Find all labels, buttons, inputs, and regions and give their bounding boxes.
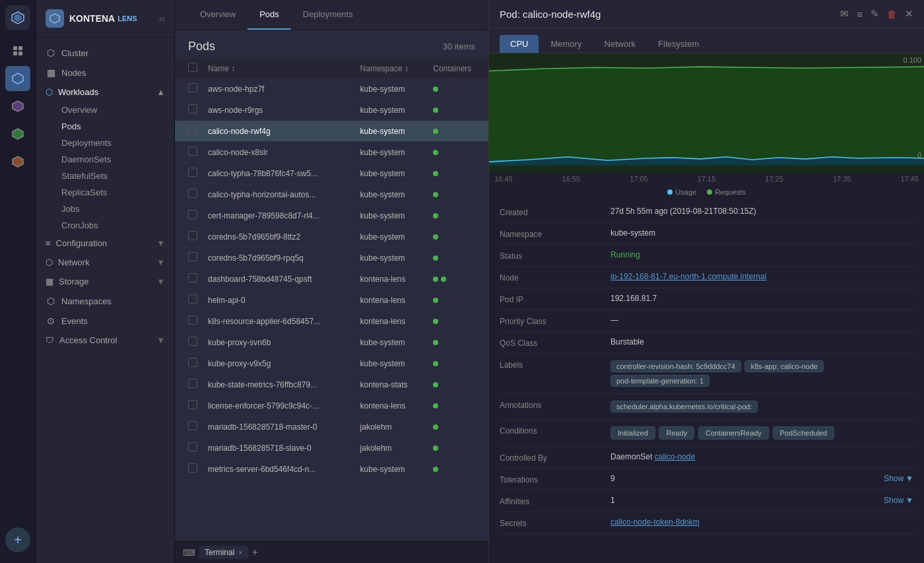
- sidebar: KONTENA LENS ‹‹ ⬡ Cluster ▦ Nodes ⬡ Work…: [36, 0, 175, 563]
- table-row[interactable]: kube-proxy-svn6bkube-system: [175, 332, 488, 353]
- row-checkbox[interactable]: [188, 210, 197, 219]
- terminal-close-button[interactable]: ×: [238, 548, 242, 556]
- tab-pods[interactable]: Pods: [248, 0, 291, 30]
- sidebar-item-network[interactable]: ⬡ Network ▼: [36, 253, 174, 272]
- row-checkbox[interactable]: [188, 83, 197, 92]
- row-checkbox[interactable]: [188, 337, 197, 346]
- label-badge-0: controller-revision-hash: 5c9dddcc74: [610, 360, 741, 372]
- sidebar-child-daemonsets[interactable]: DaemonSets: [36, 151, 174, 168]
- chart-legend: Usage Requests: [489, 185, 924, 201]
- sidebar-child-cronjobs[interactable]: CronJobs: [36, 217, 174, 234]
- table-row[interactable]: aws-node-r9rgskube-system: [175, 100, 488, 121]
- row-checkbox[interactable]: [188, 294, 197, 304]
- conditions-values: Initialized Ready ContainersReady PodSch…: [610, 425, 913, 441]
- sidebar-item-configuration[interactable]: ≡ Configuration ▼: [36, 234, 174, 253]
- affinities-show-button[interactable]: Show ▼: [884, 496, 913, 505]
- sidebar-item-cluster[interactable]: ⬡ Cluster: [36, 43, 174, 63]
- table-row[interactable]: calico-node-rwf4gkube-system: [175, 121, 488, 142]
- row-checkbox[interactable]: [188, 379, 197, 388]
- table-row[interactable]: coredns-5b7d965bf9-8ttz2kube-system: [175, 226, 488, 248]
- col-namespace[interactable]: Namespace ↕: [355, 59, 428, 79]
- secrets-label: Secrets: [500, 517, 605, 528]
- sidebar-item-storage[interactable]: ▦ Storage ▼: [36, 272, 174, 291]
- table-row[interactable]: cert-manager-789598c8d7-rl4...kube-syste…: [175, 205, 488, 226]
- table-row[interactable]: mariadb-1568285718-master-0jakolehm: [175, 416, 488, 438]
- panel-close-button[interactable]: ✕: [905, 8, 913, 20]
- row-checkbox[interactable]: [188, 442, 197, 451]
- row-checkbox[interactable]: [188, 421, 197, 430]
- pod-containers: [428, 459, 488, 480]
- cluster-nav-icon: ⬡: [46, 48, 56, 58]
- table-row[interactable]: calico-typha-78b876fc47-sw5...kube-syste…: [175, 163, 488, 184]
- row-checkbox[interactable]: [188, 358, 197, 367]
- sidebar-child-jobs[interactable]: Jobs: [36, 201, 174, 217]
- panel-mail-button[interactable]: ✉: [840, 8, 849, 20]
- controlled-by-value: DaemonSet calico-node: [610, 452, 913, 461]
- table-row[interactable]: calico-typha-horizontal-autos...kube-sys…: [175, 184, 488, 205]
- table-row[interactable]: license-enforcer-5799c9c94c-...kontena-l…: [175, 395, 488, 416]
- svg-rect-2: [13, 46, 17, 50]
- icon-bar-orange[interactable]: [5, 149, 30, 174]
- pod-containers: [428, 416, 488, 438]
- tab-deployments[interactable]: Deployments: [291, 0, 365, 30]
- row-checkbox[interactable]: [188, 252, 197, 261]
- sidebar-child-statefulsets[interactable]: StatefulSets: [36, 168, 174, 184]
- sidebar-app-name: KONTENA: [69, 13, 115, 24]
- chart-time-labels: 16:45 16:55 17:05 17:15 17:25 17:35 17:4…: [489, 172, 924, 185]
- panel-edit-button[interactable]: ✎: [871, 8, 879, 20]
- table-row[interactable]: k8s-resource-applier-6d58457...kontena-l…: [175, 311, 488, 332]
- row-checkbox[interactable]: [188, 104, 197, 114]
- table-row[interactable]: coredns-5b7d965bf9-rpq5qkube-system: [175, 248, 488, 269]
- terminal-tab[interactable]: Terminal ×: [199, 546, 248, 559]
- sidebar-item-namespaces[interactable]: ⬡ Namespaces: [36, 291, 174, 311]
- table-row[interactable]: helm-api-0kontena-lens: [175, 290, 488, 311]
- col-name[interactable]: Name ↕: [203, 59, 355, 79]
- secrets-value[interactable]: calico-node-token-8dnkm: [610, 517, 913, 527]
- metric-tab-cpu[interactable]: CPU: [500, 35, 539, 53]
- row-checkbox[interactable]: [188, 231, 197, 240]
- metric-tab-filesystem[interactable]: Filesystem: [647, 35, 710, 53]
- icon-bar-workloads[interactable]: [5, 66, 30, 91]
- row-checkbox[interactable]: [188, 168, 197, 177]
- row-checkbox[interactable]: [188, 463, 197, 473]
- table-row[interactable]: kube-state-metrics-76ffbc879...kontena-s…: [175, 374, 488, 395]
- table-row[interactable]: metrics-server-6bd546f4cd-n...kube-syste…: [175, 459, 488, 480]
- row-checkbox[interactable]: [188, 400, 197, 409]
- sidebar-item-nodes[interactable]: ▦ Nodes: [36, 63, 174, 83]
- icon-bar-purple[interactable]: [5, 94, 30, 119]
- sidebar-collapse-button[interactable]: ‹‹: [159, 13, 165, 24]
- row-checkbox[interactable]: [188, 273, 197, 282]
- panel-list-button[interactable]: ≡: [857, 9, 863, 20]
- sidebar-item-workloads[interactable]: ⬡ Workloads ▲: [36, 83, 174, 102]
- row-checkbox[interactable]: [188, 189, 197, 198]
- sidebar-child-pods[interactable]: Pods: [36, 118, 174, 135]
- sidebar-child-overview[interactable]: Overview: [36, 102, 174, 118]
- controlled-by-name[interactable]: calico-node: [655, 452, 695, 461]
- table-row[interactable]: dashboard-758bd48745-qpsftkontena-lens: [175, 269, 488, 290]
- table-row[interactable]: aws-node-hpz7fkube-system: [175, 79, 488, 100]
- pods-table-container: Name ↕ Namespace ↕ Containers aws-node-h…: [175, 59, 488, 541]
- sidebar-item-access-control[interactable]: 🛡 Access Control ▼: [36, 331, 174, 350]
- table-row[interactable]: calico-node-x8slrkube-system: [175, 142, 488, 163]
- row-checkbox[interactable]: [188, 125, 197, 135]
- sidebar-item-events[interactable]: ⊙ Events: [36, 311, 174, 331]
- table-row[interactable]: mariadb-1568285718-slave-0jakolehm: [175, 438, 488, 459]
- tolerations-show-button[interactable]: Show ▼: [884, 474, 913, 483]
- icon-bar-green[interactable]: [5, 121, 30, 147]
- metric-tab-memory[interactable]: Memory: [540, 35, 592, 53]
- panel-delete-button[interactable]: 🗑: [887, 9, 897, 20]
- container-dot: [433, 298, 438, 303]
- node-value[interactable]: ip-192-168-81-7.eu-north-1.compute.inter…: [610, 272, 913, 281]
- sidebar-child-deployments[interactable]: Deployments: [36, 135, 174, 151]
- add-cluster-button[interactable]: +: [5, 527, 30, 552]
- metric-tab-network[interactable]: Network: [593, 35, 646, 53]
- events-nav-icon: ⊙: [46, 315, 56, 326]
- table-row[interactable]: kube-proxy-v9x5gkube-system: [175, 353, 488, 374]
- row-checkbox[interactable]: [188, 147, 197, 156]
- icon-bar-cluster[interactable]: [5, 38, 30, 63]
- select-all-checkbox[interactable]: [188, 63, 197, 72]
- tab-overview[interactable]: Overview: [188, 0, 248, 30]
- row-checkbox[interactable]: [188, 315, 197, 325]
- sidebar-child-replicasets[interactable]: ReplicaSets: [36, 184, 174, 201]
- terminal-add-button[interactable]: +: [252, 546, 258, 558]
